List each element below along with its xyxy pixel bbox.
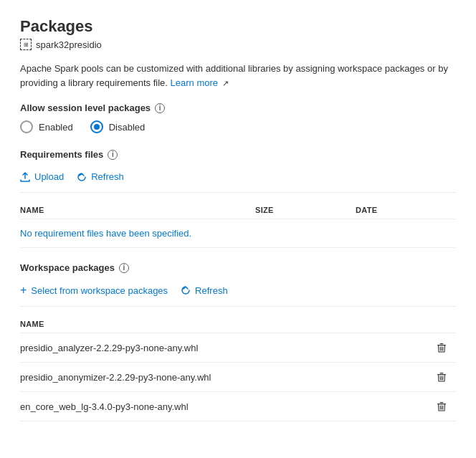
requirements-toolbar: Upload Refresh	[20, 167, 456, 186]
spark-pool-icon: ⊞	[20, 39, 32, 50]
plus-icon: +	[20, 285, 27, 296]
package-name-2: presidio_anonymizer-2.2.29-py3-none-any.…	[20, 372, 427, 383]
disabled-radio-option[interactable]: Disabled	[90, 120, 146, 133]
pool-name: spark32presidio	[36, 39, 102, 50]
table-row: en_core_web_lg-3.4.0-py3-none-any.whl	[20, 392, 456, 421]
delete-package-2-button[interactable]	[427, 370, 456, 384]
enabled-label: Enabled	[39, 122, 73, 133]
requirements-refresh-button[interactable]: Refresh	[77, 171, 124, 182]
trash-icon-1	[436, 342, 447, 353]
workspace-packages-label: Workspace packages i	[20, 262, 456, 273]
requirements-section-label: Requirements files i	[20, 149, 456, 160]
package-name-1: presidio_analyzer-2.2.29-py3-none-any.wh…	[20, 343, 427, 353]
workspace-packages-section: Workspace packages i + Select from works…	[20, 262, 456, 421]
session-packages-info-icon[interactable]: i	[155, 103, 165, 113]
upload-icon	[20, 172, 30, 182]
package-name-3: en_core_web_lg-3.4.0-py3-none-any.whl	[20, 401, 427, 412]
page-title: Packages	[20, 17, 456, 36]
requirements-date-col-header: DATE	[356, 206, 456, 214]
requirements-name-col-header: NAME	[20, 206, 255, 214]
delete-package-3-button[interactable]	[427, 399, 456, 414]
trash-icon-2	[436, 371, 447, 383]
svg-rect-10	[437, 404, 446, 404]
workspace-table-divider-top	[20, 306, 456, 307]
workspace-packages-table-header: NAME	[20, 315, 456, 333]
requirements-refresh-icon	[77, 172, 87, 182]
requirements-table-header: NAME SIZE DATE	[20, 201, 456, 219]
svg-rect-5	[437, 374, 446, 375]
enabled-radio-option[interactable]: Enabled	[20, 120, 73, 133]
table-row: presidio_analyzer-2.2.29-py3-none-any.wh…	[20, 333, 456, 363]
requirements-empty-message: No requirement files have been specified…	[20, 219, 456, 248]
enabled-radio-circle	[20, 120, 33, 133]
workspace-packages-toolbar: + Select from workspace packages Refresh	[20, 280, 456, 300]
external-link-icon: ↗	[222, 79, 229, 87]
svg-rect-6	[440, 373, 444, 373]
select-workspace-packages-button[interactable]: + Select from workspace packages	[20, 285, 168, 296]
requirements-info-icon[interactable]: i	[108, 150, 118, 160]
disabled-label: Disabled	[109, 122, 146, 133]
description-text: Apache Spark pools can be customized wit…	[20, 62, 456, 90]
session-packages-radio-group: Enabled Disabled	[20, 120, 456, 133]
workspace-packages-info-icon[interactable]: i	[119, 263, 129, 273]
requirements-table-divider-top	[20, 192, 456, 193]
requirements-size-col-header: SIZE	[255, 206, 356, 214]
disabled-radio-circle	[90, 120, 103, 133]
table-row: presidio_anonymizer-2.2.29-py3-none-any.…	[20, 363, 456, 392]
trash-icon-3	[436, 401, 447, 412]
svg-rect-11	[440, 402, 444, 403]
delete-package-1-button[interactable]	[427, 340, 456, 355]
subtitle-row: ⊞ spark32presidio	[20, 39, 456, 50]
session-packages-label: Allow session level packages i	[20, 102, 456, 113]
upload-button[interactable]: Upload	[20, 171, 64, 182]
workspace-refresh-button[interactable]: Refresh	[181, 285, 228, 296]
workspace-name-col-header: NAME	[20, 320, 427, 328]
learn-more-link[interactable]: Learn more	[171, 77, 218, 88]
svg-rect-0	[437, 345, 446, 345]
svg-rect-1	[440, 343, 444, 344]
workspace-refresh-icon	[181, 285, 191, 295]
